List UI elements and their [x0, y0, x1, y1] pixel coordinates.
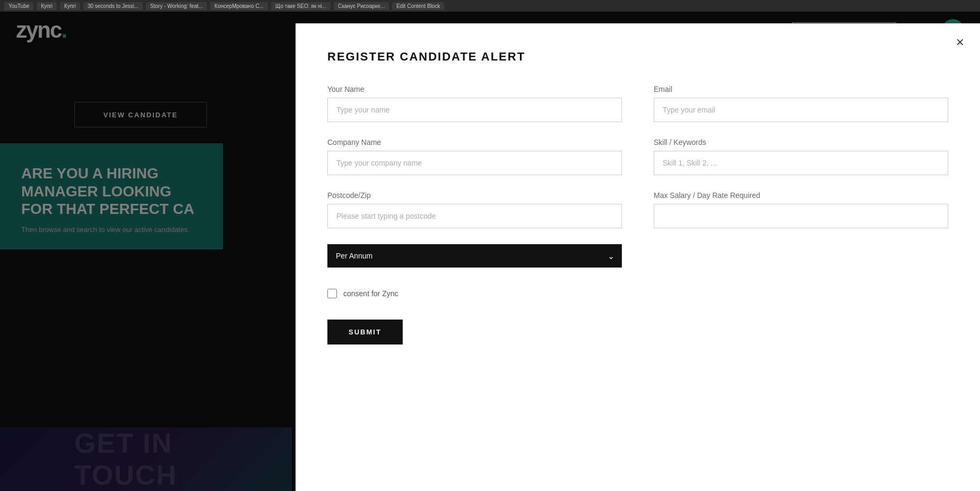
- your-name-label: Your Name: [327, 85, 622, 93]
- modal-title-row: REGISTER CANDIDATE ALERT: [327, 50, 948, 64]
- company-name-input[interactable]: [327, 151, 622, 175]
- browser-tab-2[interactable]: Купri: [37, 2, 57, 10]
- postcode-input[interactable]: [327, 204, 622, 228]
- period-dropdown-group: Per Annum Per Day Per Hour ⌄: [327, 244, 622, 268]
- consent-checkbox[interactable]: [327, 289, 337, 298]
- browser-tab-8[interactable]: Сканує Рисоарке...: [334, 2, 389, 10]
- your-name-input[interactable]: [327, 98, 622, 122]
- browser-tab-4[interactable]: 30 seconds to Jessi...: [83, 2, 143, 10]
- company-name-group: Company Name: [327, 138, 622, 175]
- skill-keywords-group: Skill / Keywords: [654, 138, 948, 175]
- postcode-group: Postcode/Zip: [327, 191, 622, 228]
- company-name-label: Company Name: [327, 138, 622, 147]
- submit-button[interactable]: SUBMIT: [327, 320, 403, 344]
- your-name-group: Your Name: [327, 85, 622, 122]
- email-label: Email: [654, 85, 948, 93]
- postcode-label: Postcode/Zip: [327, 191, 622, 200]
- browser-tab-3[interactable]: Купri: [60, 2, 80, 10]
- period-select[interactable]: Per Annum Per Day Per Hour: [327, 244, 622, 268]
- page-background: zync. REGISTER FOR UPDATES MENU VIEW CAN…: [0, 12, 980, 491]
- submit-row: SUBMIT: [327, 320, 948, 344]
- browser-tab-7[interactable]: Що таке SEO: як ні...: [271, 2, 331, 10]
- form-grid: Your Name Email Company Name Skill / Key…: [327, 85, 948, 344]
- browser-bar: YouTube Купri Купri 30 seconds to Jessi.…: [0, 0, 980, 12]
- consent-label: consent for Zync: [343, 289, 398, 298]
- browser-tab-1[interactable]: YouTube: [4, 2, 33, 10]
- period-select-wrapper: Per Annum Per Day Per Hour ⌄: [327, 244, 622, 268]
- skill-keywords-label: Skill / Keywords: [654, 138, 948, 147]
- modal-close-button[interactable]: ×: [956, 34, 964, 50]
- modal: × REGISTER CANDIDATE ALERT Your Name Ema…: [296, 23, 980, 491]
- modal-title: REGISTER CANDIDATE ALERT: [327, 50, 525, 64]
- max-salary-input[interactable]: [654, 204, 948, 228]
- consent-row: consent for Zync: [327, 289, 948, 298]
- max-salary-label: Max Salary / Day Rate Required: [654, 191, 948, 200]
- max-salary-group: Max Salary / Day Rate Required: [654, 191, 948, 268]
- browser-tab-9[interactable]: Edit Content Block: [392, 2, 444, 10]
- email-input[interactable]: [654, 98, 948, 122]
- browser-tab-6[interactable]: КонсерМровано С...: [210, 2, 268, 10]
- browser-tab-5[interactable]: Story - Working: feat...: [146, 2, 207, 10]
- email-group: Email: [654, 85, 948, 122]
- skill-keywords-input[interactable]: [654, 151, 948, 175]
